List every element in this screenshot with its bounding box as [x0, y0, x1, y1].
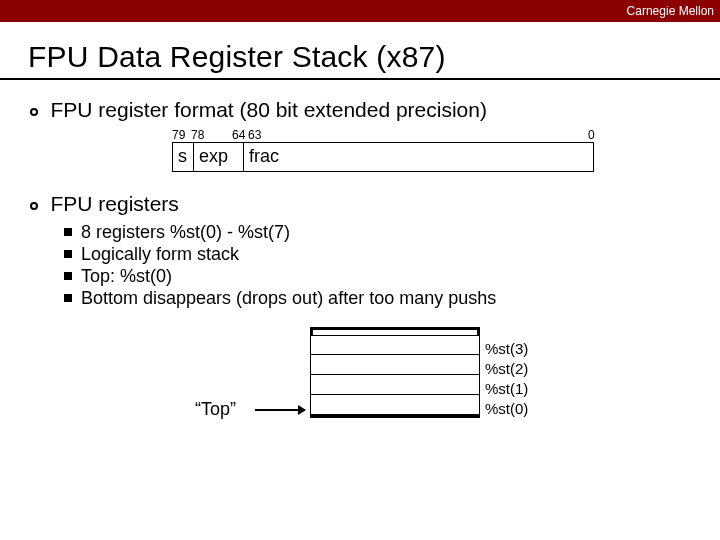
- list-item-text: Bottom disappears (drops out) after too …: [81, 288, 496, 308]
- list-item: 8 registers %st(0) - %st(7): [64, 222, 700, 243]
- list-item-text: Top: %st(0): [81, 266, 172, 286]
- bullet-icon: [30, 108, 38, 116]
- st-label: %st(1): [485, 379, 528, 399]
- field-frac: frac: [244, 142, 594, 172]
- stack-register-labels: %st(3) %st(2) %st(1) %st(0): [485, 339, 528, 419]
- bit-0: 0: [588, 128, 595, 142]
- stack-slot: [310, 395, 480, 415]
- square-bullet-icon: [64, 272, 72, 280]
- slide-title: FPU Data Register Stack (x87): [28, 40, 720, 74]
- org-label: Carnegie Mellon: [627, 4, 714, 18]
- stack-bottom-edge: [310, 415, 480, 419]
- stack-slot: [310, 355, 480, 375]
- square-bullet-icon: [64, 250, 72, 258]
- square-bullet-icon: [64, 294, 72, 302]
- register-format-diagram: s exp frac: [172, 142, 700, 172]
- bullet-format: FPU register format (80 bit extended pre…: [30, 98, 700, 122]
- title-underline: [0, 78, 720, 80]
- stack-box: [310, 327, 480, 419]
- list-item: Bottom disappears (drops out) after too …: [64, 288, 700, 309]
- stack-opening: [310, 327, 480, 335]
- content-area: FPU register format (80 bit extended pre…: [30, 98, 700, 457]
- st-label: %st(2): [485, 359, 528, 379]
- bit-79: 79: [172, 128, 185, 142]
- st-label: %st(0): [485, 399, 528, 419]
- st-label: %st(3): [485, 339, 528, 359]
- field-exp: exp: [194, 142, 244, 172]
- bit-78: 78: [191, 128, 204, 142]
- bit-index-labels: 79 78 64 63 0: [172, 128, 602, 142]
- sub-bullets: 8 registers %st(0) - %st(7) Logically fo…: [64, 222, 700, 309]
- list-item-text: Logically form stack: [81, 244, 239, 264]
- list-item: Logically form stack: [64, 244, 700, 265]
- list-item: Top: %st(0): [64, 266, 700, 287]
- bullet-format-text: FPU register format (80 bit extended pre…: [50, 98, 487, 121]
- stack-slot: [310, 335, 480, 355]
- list-item-text: 8 registers %st(0) - %st(7): [81, 222, 290, 242]
- stack-slot: [310, 375, 480, 395]
- bit-63: 63: [248, 128, 261, 142]
- arrow-icon: [255, 409, 305, 411]
- header-bar: Carnegie Mellon: [0, 0, 720, 22]
- top-pointer-label: “Top”: [195, 399, 236, 420]
- bullet-icon: [30, 202, 38, 210]
- register-stack-diagram: %st(3) %st(2) %st(1) %st(0) “Top”: [250, 327, 600, 457]
- field-sign: s: [172, 142, 194, 172]
- bullet-registers-text: FPU registers: [50, 192, 178, 215]
- bit-64: 64: [232, 128, 245, 142]
- bullet-registers: FPU registers: [30, 192, 700, 216]
- square-bullet-icon: [64, 228, 72, 236]
